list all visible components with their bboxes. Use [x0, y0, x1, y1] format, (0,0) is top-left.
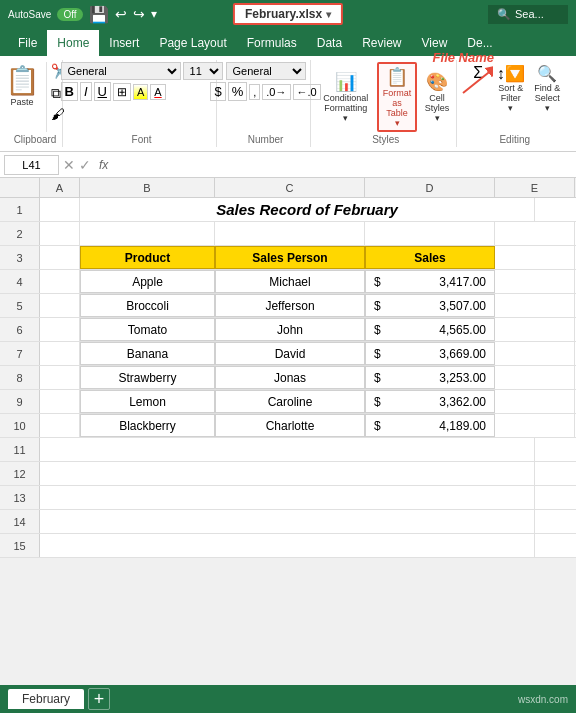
col-header-c[interactable]: C: [215, 178, 365, 198]
fill-color-button[interactable]: A: [133, 84, 148, 100]
cell-d5[interactable]: $3,507.00: [365, 294, 495, 317]
format-as-table-button[interactable]: 📋 Format asTable ▾: [377, 62, 418, 132]
cell-b1-merged[interactable]: Sales Record of February: [80, 198, 535, 221]
cell-d7[interactable]: $3,669.00: [365, 342, 495, 365]
cell-d9[interactable]: $3,362.00: [365, 390, 495, 413]
cell-d2[interactable]: [365, 222, 495, 245]
comma-button[interactable]: ,: [249, 84, 260, 100]
format-painter-icon[interactable]: 🖌: [51, 105, 68, 125]
cell-a5[interactable]: [40, 294, 80, 317]
cell-a10[interactable]: [40, 414, 80, 437]
autosave-toggle[interactable]: Off: [57, 8, 82, 21]
cell-a7[interactable]: [40, 342, 80, 365]
cell-a1[interactable]: [40, 198, 80, 221]
cell-e2[interactable]: [495, 222, 575, 245]
search-box[interactable]: 🔍 Sea...: [488, 5, 568, 24]
cell-c6[interactable]: John: [215, 318, 365, 341]
cell-c2[interactable]: [215, 222, 365, 245]
cell-c10[interactable]: Charlotte: [215, 414, 365, 437]
tab-dev[interactable]: De...: [457, 28, 502, 56]
cell-d3[interactable]: Sales: [365, 246, 495, 269]
tab-data[interactable]: Data: [307, 28, 352, 56]
percent-button[interactable]: $: [210, 82, 225, 101]
cell-a3[interactable]: [40, 246, 80, 269]
cell-a2[interactable]: [40, 222, 80, 245]
font-color-button[interactable]: A: [150, 84, 165, 100]
cell-row11[interactable]: [40, 438, 535, 461]
cell-d8[interactable]: $3,253.00: [365, 366, 495, 389]
formula-fx-icon[interactable]: fx: [95, 158, 112, 172]
tab-home[interactable]: Home: [47, 28, 99, 56]
save-icon[interactable]: 💾: [89, 5, 109, 24]
tab-review[interactable]: Review: [352, 28, 411, 56]
tab-file[interactable]: File: [8, 28, 47, 56]
cell-b8[interactable]: Strawberry: [80, 366, 215, 389]
cell-b6[interactable]: Tomato: [80, 318, 215, 341]
cell-e5[interactable]: [495, 294, 575, 317]
col-header-a[interactable]: A: [40, 178, 80, 198]
cell-row14[interactable]: [40, 510, 535, 533]
filename-dropdown-arrow[interactable]: ▾: [326, 9, 331, 20]
number-format-select[interactable]: General: [226, 62, 306, 80]
formula-input[interactable]: [116, 158, 572, 172]
cell-e4[interactable]: [495, 270, 575, 293]
tab-insert[interactable]: Insert: [99, 28, 149, 56]
sum-button[interactable]: Σ: [464, 62, 492, 115]
find-select-button[interactable]: 🔍 Find & Select ▾: [529, 62, 565, 115]
cell-e7[interactable]: [495, 342, 575, 365]
cell-c3[interactable]: Sales Person: [215, 246, 365, 269]
cell-styles-button[interactable]: 🎨 Cell Styles ▾: [421, 69, 453, 125]
cell-b10[interactable]: Blackberry: [80, 414, 215, 437]
filename-box[interactable]: February.xlsx ▾: [233, 3, 343, 25]
cell-b4[interactable]: Apple: [80, 270, 215, 293]
cell-d6[interactable]: $4,565.00: [365, 318, 495, 341]
cell-a8[interactable]: [40, 366, 80, 389]
redo-icon[interactable]: ↪: [133, 6, 145, 22]
formula-cancel-button[interactable]: ✕: [63, 157, 75, 173]
dollar-button[interactable]: %: [228, 82, 248, 101]
underline-button[interactable]: U: [94, 82, 111, 101]
tab-page-layout[interactable]: Page Layout: [149, 28, 236, 56]
cell-row13[interactable]: [40, 486, 535, 509]
cell-e3[interactable]: [495, 246, 575, 269]
cell-a9[interactable]: [40, 390, 80, 413]
tab-formulas[interactable]: Formulas: [237, 28, 307, 56]
cell-e10[interactable]: [495, 414, 575, 437]
cell-b3[interactable]: Product: [80, 246, 215, 269]
cell-c5[interactable]: Jefferson: [215, 294, 365, 317]
cell-row12[interactable]: [40, 462, 535, 485]
increase-decimal-button[interactable]: .0→: [262, 84, 290, 100]
cell-c7[interactable]: David: [215, 342, 365, 365]
tab-view[interactable]: View: [412, 28, 458, 56]
col-header-e[interactable]: E: [495, 178, 575, 198]
font-name-select[interactable]: General: [61, 62, 181, 80]
col-header-d[interactable]: D: [365, 178, 495, 198]
undo-icon[interactable]: ↩: [115, 6, 127, 22]
col-header-b[interactable]: B: [80, 178, 215, 198]
cell-e6[interactable]: [495, 318, 575, 341]
cell-reference-box[interactable]: L41: [4, 155, 59, 175]
cell-a4[interactable]: [40, 270, 80, 293]
paste-button[interactable]: 📋 Paste: [0, 62, 47, 132]
italic-button[interactable]: I: [80, 82, 92, 101]
formula-confirm-button[interactable]: ✓: [79, 157, 91, 173]
border-button[interactable]: ⊞: [113, 83, 131, 101]
cell-d10[interactable]: $4,189.00: [365, 414, 495, 437]
cell-b9[interactable]: Lemon: [80, 390, 215, 413]
cell-b7[interactable]: Banana: [80, 342, 215, 365]
bold-button[interactable]: B: [61, 82, 78, 101]
cell-b5[interactable]: Broccoli: [80, 294, 215, 317]
sheet-tab-february[interactable]: February: [8, 689, 84, 709]
cell-c4[interactable]: Michael: [215, 270, 365, 293]
cell-b2[interactable]: [80, 222, 215, 245]
cell-c9[interactable]: Caroline: [215, 390, 365, 413]
cell-a6[interactable]: [40, 318, 80, 341]
cell-e8[interactable]: [495, 366, 575, 389]
cell-e9[interactable]: [495, 390, 575, 413]
customize-icon[interactable]: ▾: [151, 7, 157, 21]
conditional-formatting-button[interactable]: 📊 Conditional Formatting ▾: [319, 69, 373, 125]
cell-c8[interactable]: Jonas: [215, 366, 365, 389]
cell-row15[interactable]: [40, 534, 535, 557]
add-sheet-button[interactable]: +: [88, 688, 110, 710]
sort-filter-button[interactable]: ↕🔽 Sort & Filter ▾: [494, 62, 527, 115]
